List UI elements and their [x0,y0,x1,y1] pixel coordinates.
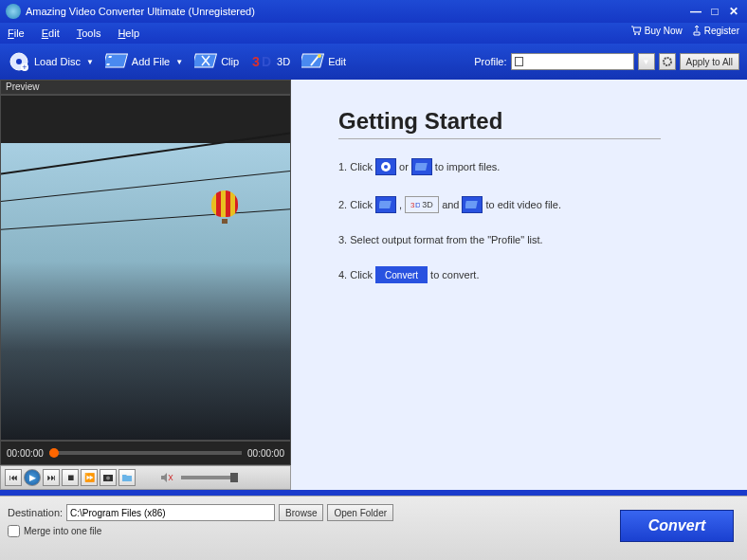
folder-icon [121,473,133,482]
speaker-icon [160,472,173,483]
titlebar: Amazing Video Converter Ultimate (Unregi… [0,0,747,23]
snapshot-button[interactable] [100,469,117,486]
destination-input[interactable] [66,504,275,521]
edit-mini-icon [462,196,483,213]
getting-started-title: Getting Started [338,108,661,139]
time-end: 00:00:00 [247,448,284,459]
bottom-bar: Destination: Browse Open Folder Merge in… [0,496,747,560]
menu-help[interactable]: Help [118,27,139,39]
camera-icon [102,473,114,482]
profile-dropdown[interactable]: ▼ [638,53,655,70]
edit-button[interactable]: Edit [301,50,346,73]
step-button[interactable]: ⏩ [81,469,98,486]
svg-point-13 [318,54,321,58]
preview-panel: Preview 00:00:00 00:00:00 ⏮ ▶ ⏭ ⏹ ⏩ [0,80,291,490]
maximize-button[interactable]: □ [707,5,722,18]
balloon-graphic [211,190,238,224]
load-disc-button[interactable]: + Load Disc▼ [8,50,94,73]
settings-button[interactable] [659,53,676,70]
chevron-down-icon: ▼ [86,58,94,66]
3d-mini-icon: 3D3D [405,196,439,213]
menu-tools[interactable]: Tools [77,27,101,39]
svg-point-18 [384,165,388,169]
step-1: 1. Click or to import files. [338,158,661,175]
prev-button[interactable]: ⏮ [5,469,22,486]
minimize-button[interactable]: — [688,5,703,18]
gear-icon [662,56,673,67]
svg-point-3 [16,59,22,64]
next-button[interactable]: ⏭ [43,469,60,486]
cart-icon [630,25,642,36]
clip-mini-icon [375,196,396,213]
add-file-button[interactable]: Add File▼ [105,50,183,73]
3d-button[interactable]: 3D 3D [250,50,290,73]
svg-rect-19 [415,163,428,171]
step-3: 3. Select output format from the "Profil… [338,234,661,245]
register-link[interactable]: Register [692,25,739,36]
svg-point-1 [638,33,640,35]
convert-button[interactable]: Convert [620,510,734,542]
disc-mini-icon [375,158,396,175]
menu-edit[interactable]: Edit [42,27,60,39]
merge-checkbox[interactable] [8,525,20,537]
window-title: Amazing Video Converter Ultimate (Unregi… [26,6,688,17]
device-icon [515,57,523,66]
svg-rect-8 [106,63,110,65]
destination-label: Destination: [8,507,63,518]
clip-button[interactable]: Clip [194,50,239,73]
step-4: 4. Click Convert to convert. [338,266,661,283]
svg-point-16 [106,477,110,480]
volume-slider[interactable] [181,476,238,479]
svg-rect-23 [465,201,478,208]
mute-button[interactable] [158,469,175,486]
film-icon [105,50,128,73]
profile-select[interactable]: iPad MPEG4 Video(*.mp4) [511,53,634,70]
profile-label: Profile: [474,56,506,67]
player-controls: ⏮ ▶ ⏭ ⏹ ⏩ [0,465,291,490]
svg-point-0 [634,33,636,35]
main-area: Preview 00:00:00 00:00:00 ⏮ ▶ ⏭ ⏹ ⏩ [0,80,747,490]
folder-button[interactable] [118,469,136,486]
step-2: 2. Click , 3D3D and to edit video file. [338,196,661,213]
stop-button[interactable]: ⏹ [62,469,79,486]
svg-text:3: 3 [252,54,260,69]
svg-rect-7 [108,56,112,58]
apply-to-all-button[interactable]: Apply to All [680,53,739,70]
convert-mini-button: Convert [375,266,428,283]
chevron-down-icon: ▼ [175,58,183,66]
top-links: Buy Now Register [630,25,739,36]
film-mini-icon [411,158,432,175]
close-button[interactable]: ✕ [726,5,741,18]
merge-label: Merge into one file [24,526,101,536]
wand-icon [301,50,324,73]
preview-video [0,95,291,441]
preview-header: Preview [0,80,291,95]
content-panel: Getting Started 1. Click or to import fi… [291,80,747,490]
scissors-icon [194,50,217,73]
toolbar: + Load Disc▼ Add File▼ Clip 3D 3D Edit P… [0,44,747,80]
browse-button[interactable]: Browse [279,504,323,521]
seek-track[interactable] [49,451,242,455]
svg-text:+: + [22,63,27,72]
svg-text:D: D [415,201,420,209]
svg-rect-20 [379,201,392,208]
svg-point-14 [664,58,671,65]
disc-icon: + [8,50,30,73]
play-button[interactable]: ▶ [24,469,41,486]
app-icon [6,4,21,19]
3d-icon: 3D [250,50,273,73]
timeline: 00:00:00 00:00:00 [0,441,291,465]
menu-file[interactable]: File [8,27,25,39]
buy-now-link[interactable]: Buy Now [630,25,683,36]
time-start: 00:00:00 [7,448,44,459]
open-folder-button[interactable]: Open Folder [327,504,393,521]
key-icon [692,25,701,36]
svg-text:D: D [262,54,271,69]
